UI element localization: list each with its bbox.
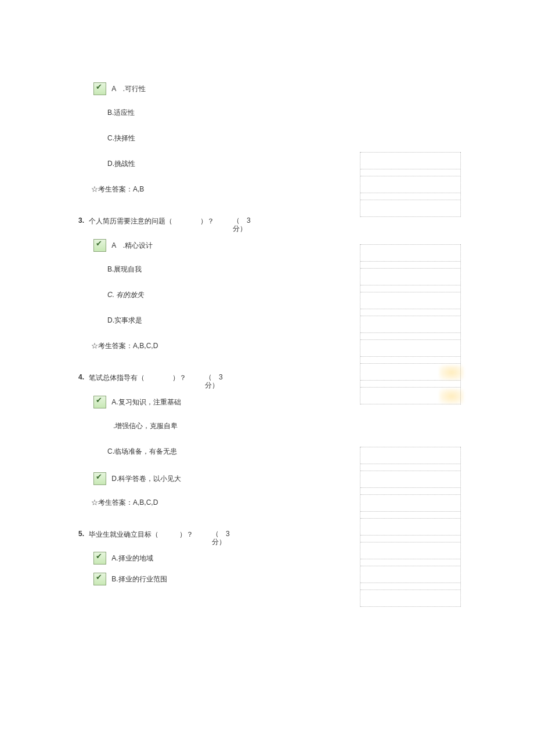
checkbox-icon[interactable] xyxy=(93,573,106,585)
option-d-label: D.挑战性 xyxy=(107,160,135,168)
checkbox-icon[interactable] xyxy=(93,396,106,408)
option-a-label: A.择业的地域 xyxy=(111,554,153,562)
question-points-close: 分） xyxy=(233,225,247,233)
question-text: 个人简历需要注意的问题（ ）？ xyxy=(89,216,214,226)
option-b-label: B.展现自我 xyxy=(107,265,142,273)
option-b-label: .增强信心，克服自卑 xyxy=(113,422,178,430)
option-a-row: A.复习知识，注重基础 xyxy=(93,396,322,408)
side-row xyxy=(360,387,460,404)
question-3-header: 3. 个人简历需要注意的问题（ ）？ （ 3 分） xyxy=(78,216,322,233)
option-c-row: C.临场准备，有备无患 xyxy=(107,447,322,460)
option-c-row: C.抉择性 xyxy=(107,133,322,146)
question-3-block: 3. 个人简历需要注意的问题（ ）？ （ 3 分） A .精心设计 B.展现自我… xyxy=(78,216,322,351)
side-row xyxy=(360,363,460,381)
side-row xyxy=(360,152,460,169)
option-a-label: A .可行性 xyxy=(111,85,146,93)
option-b-row: B.适应性 xyxy=(107,108,322,121)
option-d-label: D.科学答卷，以小见大 xyxy=(111,474,181,482)
option-c-label: C. 有的放失 xyxy=(107,291,144,299)
option-a-label: A .精心设计 xyxy=(111,241,153,249)
question-text: 毕业生就业确立目标（ ）？ xyxy=(89,530,193,540)
option-a-row: A .精心设计 xyxy=(93,239,322,252)
side-row xyxy=(360,566,460,583)
option-a-label: A.复习知识，注重基础 xyxy=(111,397,181,406)
side-row xyxy=(360,518,460,536)
checkbox-icon[interactable] xyxy=(93,82,106,95)
option-b-row: B.展现自我 xyxy=(107,265,322,277)
option-d-row: D.科学答卷，以小见大 xyxy=(93,472,322,485)
option-d-label: D.实事求是 xyxy=(107,316,142,324)
side-table-1 xyxy=(360,152,461,217)
side-row xyxy=(360,447,460,464)
candidate-answer: ☆考生答案：A,B,C,D xyxy=(91,341,322,351)
checkbox-icon[interactable] xyxy=(93,472,106,485)
side-row xyxy=(360,494,460,512)
side-table-3 xyxy=(360,447,461,607)
question-points-open: （ 3 xyxy=(205,373,223,381)
side-row xyxy=(360,589,460,607)
side-row xyxy=(360,542,460,559)
option-b-row: B.择业的行业范围 xyxy=(93,573,322,585)
question-number: 4. xyxy=(78,373,89,381)
side-row xyxy=(360,176,460,193)
question-4-block: 4. 笔试总体指导有（ ）？ （ 3 分） A.复习知识，注重基础 .增强信心，… xyxy=(78,373,322,508)
question-text: 笔试总体指导有（ ）？ xyxy=(89,373,186,383)
option-b-label: B.择业的行业范围 xyxy=(111,575,167,583)
side-row xyxy=(360,268,460,285)
side-row xyxy=(360,316,460,333)
option-c-label: C.抉择性 xyxy=(107,134,135,142)
option-d-row: D.挑战性 xyxy=(107,159,322,172)
question-4-header: 4. 笔试总体指导有（ ）？ （ 3 分） xyxy=(78,373,322,390)
option-c-label: C.临场准备，有备无患 xyxy=(107,447,177,455)
option-b-label: B.适应性 xyxy=(107,108,135,117)
side-row xyxy=(360,339,460,357)
side-row xyxy=(360,471,460,488)
option-a-row: A .可行性 xyxy=(93,82,322,95)
candidate-answer: ☆考生答案：A,B xyxy=(91,185,322,194)
question-points-close: 分） xyxy=(205,381,219,389)
option-b-row: .增强信心，克服自卑 xyxy=(113,421,322,434)
side-table-2 xyxy=(360,244,461,404)
question-number: 5. xyxy=(78,530,89,538)
question-number: 3. xyxy=(78,216,89,225)
candidate-answer: ☆考生答案：A,B,C,D xyxy=(91,498,322,508)
side-row xyxy=(360,292,460,309)
question-2-block: A .可行性 B.适应性 C.抉择性 D.挑战性 ☆考生答案：A,B xyxy=(78,82,322,194)
side-row xyxy=(360,244,460,262)
option-c-row: C. 有的放失 xyxy=(107,290,322,303)
question-points-open: （ 3 xyxy=(233,216,251,225)
checkbox-icon[interactable] xyxy=(93,239,106,252)
question-5-header: 5. 毕业生就业确立目标（ ）？ （ 3 分） xyxy=(78,530,322,547)
question-points-open: （ 3 xyxy=(212,530,230,538)
checkbox-icon[interactable] xyxy=(93,552,106,565)
side-row xyxy=(360,200,460,217)
question-points-close: 分） xyxy=(212,538,226,546)
option-a-row: A.择业的地域 xyxy=(93,552,322,565)
question-5-block: 5. 毕业生就业确立目标（ ）？ （ 3 分） A.择业的地域 B.择业的行业范… xyxy=(78,530,322,586)
option-d-row: D.实事求是 xyxy=(107,316,322,328)
